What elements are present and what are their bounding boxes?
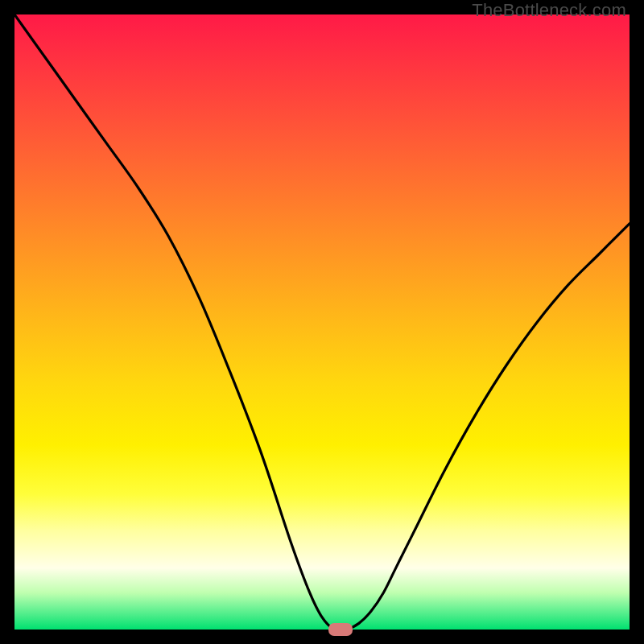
chart-frame: TheBottleneck.com	[0, 0, 644, 644]
bottleneck-curve	[14, 14, 630, 630]
watermark-text: TheBottleneck.com	[472, 0, 626, 21]
optimum-marker	[328, 623, 353, 635]
curve-path	[14, 14, 630, 630]
